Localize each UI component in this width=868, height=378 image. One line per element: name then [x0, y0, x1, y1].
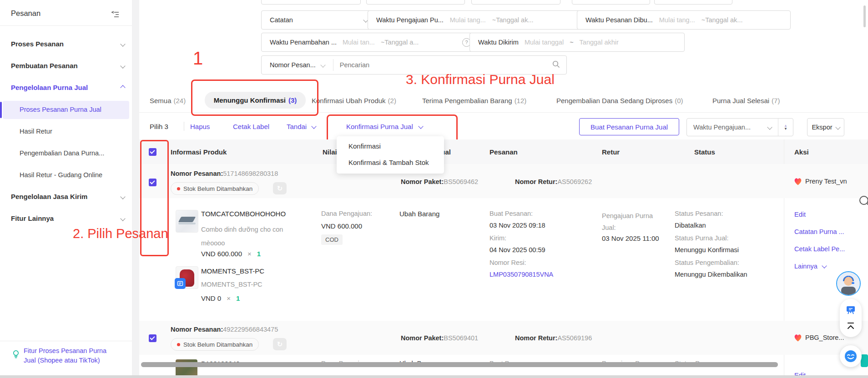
lainnya-dropdown[interactable]: Lainnya [794, 263, 826, 270]
column-search-icon[interactable] [858, 194, 868, 209]
filter-stub-4[interactable] [572, 0, 650, 5]
sidebar-item-proses-pesanan[interactable]: Proses Pesanan [11, 40, 125, 48]
sidebar-main-gap [132, 0, 139, 378]
order-2-checkbox[interactable] [149, 334, 156, 342]
filter-stub-1[interactable] [261, 0, 361, 5]
lainnya-label: Lainnya [794, 263, 818, 270]
store-heart-icon [793, 333, 802, 343]
chevron-down-icon [320, 62, 325, 67]
support-avatar[interactable] [836, 271, 861, 296]
konfirmasi-dropdown-menu: Konfirmasi Konfirmasi & Tambah Stok [337, 136, 444, 174]
horizontal-scrollbar[interactable] [141, 362, 778, 367]
col-status: Status [694, 148, 715, 156]
tab-terima-pengembalian-barang[interactable]: Terima Pengembalian Barang (12) [422, 97, 526, 104]
product-1-name[interactable]: TOMCATCOMBOHOHOHO [201, 210, 286, 218]
buat-pesanan-label: Buat Pesanan: [490, 210, 533, 217]
waktu-penambahan-range[interactable]: Waktu Penambahan ... Mulai tan... ~Tangg… [261, 33, 479, 52]
tab-konfirmasi-ubah-produk[interactable]: Konfirmasi Ubah Produk (2) [312, 97, 396, 104]
search-icon[interactable] [552, 60, 560, 70]
product-2-name[interactable]: MOMENTS_BST-PC [201, 267, 264, 275]
sidebar-item-pengelolaan-purna-jual[interactable]: Pengelolaan Purna Jual [11, 84, 125, 91]
menu-item-konfirmasi-tambah-stok[interactable]: Konfirmasi & Tambah Stok [348, 159, 429, 166]
pengajuan-purna-jual-value: 03 Nov 2025 11:00 [602, 234, 659, 242]
tab-menunggu-konfirmasi[interactable]: Menunggu Konfirmasi (3) [205, 92, 306, 109]
tab-semua[interactable]: Semua (24) [150, 97, 186, 104]
selected-count: Pilih 3 [150, 123, 168, 130]
tab-label: Konfirmasi Ubah Produk [312, 97, 386, 104]
cetak-label-link[interactable]: Cetak Label Pe... [794, 245, 845, 253]
ekspor-button[interactable]: Ekspor [807, 118, 844, 136]
waktu-pengajuan-range[interactable]: Waktu Pengajuan Pu... Mulai tang... ~Tan… [368, 10, 583, 30]
waktu-dikirim-range[interactable]: Waktu Dikirim Mulai tanggal ~ Tanggal ak… [469, 33, 685, 52]
sidebar-item-proses-pesanan-purna-jual[interactable]: Proses Pesanan Purna Jual [20, 106, 101, 113]
customer-service-button[interactable] [840, 345, 862, 367]
col-retur: Retur [602, 148, 620, 156]
scroll-to-top-icon[interactable] [846, 322, 855, 333]
order-2-sync-button[interactable]: ↻ [273, 338, 287, 350]
buat-pesanan-purna-jual-button[interactable]: Buat Pesanan Purna Jual [579, 118, 679, 135]
product-2-price-row: VND 0 × 1 [201, 294, 240, 302]
tandai-label: Tandai [287, 123, 307, 130]
product-qty: 1 [257, 250, 261, 258]
filter-stub-2[interactable] [366, 0, 465, 5]
sidebar-item-pengelolaan-jasa-kirim[interactable]: Pengelolaan Jasa Kirim [11, 193, 125, 200]
bottom-window-edge [0, 375, 868, 378]
tab-count: (3) [288, 96, 297, 104]
sidebar-item-pembuatan-pesanan[interactable]: Pembuatan Pesanan [11, 62, 125, 70]
search-input[interactable] [333, 61, 552, 69]
sidebar-footer-divider [0, 341, 132, 341]
announcement-board-icon[interactable] [845, 304, 856, 317]
filter-stub-3[interactable] [471, 0, 560, 5]
kirim-value: 04 Nov 2025 00:59 [490, 246, 545, 254]
tab-pengembalian-dana-diproses[interactable]: Pengembalian Dana Sedang Diproses (0) [556, 97, 683, 104]
order-2-store-name: PBG_Store... [805, 334, 844, 341]
edit-link[interactable]: Edit [794, 211, 806, 218]
sidebar-item-label: Fitur Lainnya [11, 214, 54, 222]
sidebar-item-hasil-retur-gudang-online[interactable]: Hasil Retur - Gudang Online [20, 171, 102, 179]
catatan-purna-link[interactable]: Catatan Purna ... [794, 228, 844, 235]
chevron-down-icon [120, 216, 125, 221]
waktu-penambahan-label: Waktu Penambahan ... [270, 39, 337, 46]
sidebar-item-fitur-lainnya[interactable]: Fitur Lainnya [11, 214, 125, 222]
product-price: VND 0 [201, 294, 221, 302]
catatan-select[interactable]: Catatan [261, 10, 376, 30]
cetak-label-button[interactable]: Cetak Label [233, 123, 269, 130]
nomor-paket-value: BS5069462 [444, 178, 478, 185]
nomor-retur-value: AS5069262 [557, 178, 592, 185]
hapus-button[interactable]: Hapus [190, 123, 210, 130]
filter-stub-5[interactable] [654, 0, 732, 5]
lightbulb-icon [11, 349, 21, 360]
vertical-scrollbar[interactable] [863, 5, 866, 27]
chevron-down-icon [767, 124, 772, 129]
date-start-placeholder: Mulai tan... [343, 39, 375, 46]
nomor-pesanan-label: Nomor Pesanan: [171, 326, 223, 333]
waktu-pesanan-dibuat-range[interactable]: Waktu Pesanan Dibu... Mulai tang... ~Tan… [577, 10, 791, 30]
order-1-sync-button[interactable]: ↻ [273, 182, 287, 194]
sort-direction-toggle[interactable]: ▲ ▼ [778, 124, 793, 130]
date-start-placeholder: Mulai tanggal [525, 39, 564, 46]
select-all-checkbox[interactable] [149, 148, 156, 156]
sidebar-item-hasil-retur[interactable]: Hasil Retur [20, 128, 52, 135]
search-field-select[interactable]: Nomor Pesan... [262, 61, 333, 69]
tab-purna-jual-selesai[interactable]: Purna Jual Selesai (7) [712, 97, 780, 104]
konfirmasi-label: Konfirmasi Purna Jual [346, 123, 413, 130]
chevron-down-icon [822, 263, 827, 268]
sidebar-footer-note[interactable]: Fitur Proses Pesanan Purna Jual (Shopee … [24, 346, 115, 365]
sort-field-select[interactable]: Waktu Pengajuan... [687, 124, 778, 131]
tandai-dropdown[interactable]: Tandai [287, 123, 316, 130]
status-pengembalian-label: Status Pengembalian: [675, 259, 739, 266]
cod-tag: COD [321, 234, 343, 245]
menu-item-konfirmasi[interactable]: Konfirmasi [348, 142, 381, 150]
order-1-checkbox[interactable] [149, 179, 156, 186]
sidebar-item-pengembalian-dana-purna[interactable]: Pengembalian Dana Purna... [20, 149, 104, 157]
sidebar [0, 0, 132, 378]
kirim-label: Kirim: [490, 234, 506, 242]
konfirmasi-purna-jual-dropdown[interactable]: Konfirmasi Purna Jual [346, 123, 423, 130]
waktu-dikirim-label: Waktu Dikirim [478, 39, 519, 46]
collapse-sidebar-icon[interactable] [111, 10, 120, 20]
product-1-thumbnail[interactable] [176, 210, 198, 233]
product-1-price-row: VND 600.000 × 1 [201, 250, 261, 258]
date-end-placeholder: ~Tanggal ak... [701, 16, 743, 24]
nomor-paket-value: BS5069401 [444, 334, 478, 342]
nomor-resi-link[interactable]: LMP0350790815VNA [490, 271, 553, 278]
